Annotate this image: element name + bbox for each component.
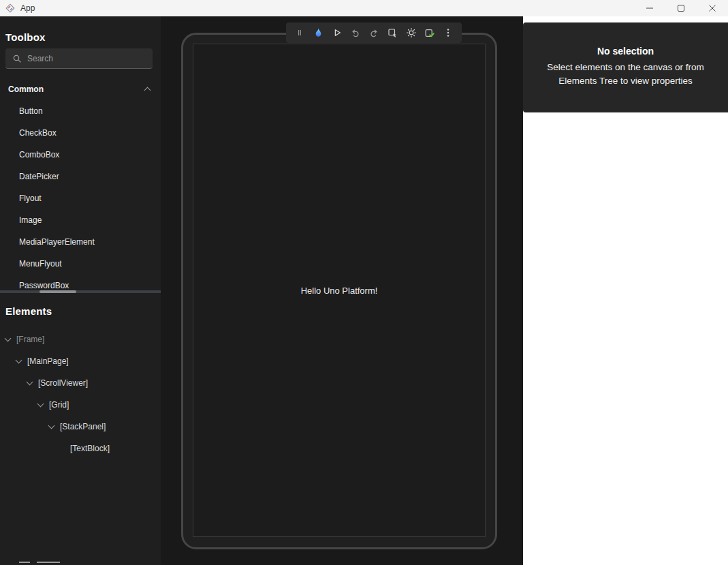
redo-button[interactable] [366,24,382,42]
minimize-button[interactable] [634,0,665,16]
chevron-down-icon[interactable] [37,401,44,408]
tree-item-label: [MainPage] [27,356,69,366]
tree-item-scrollviewer[interactable]: [ScrollViewer] [0,372,161,394]
tree-item-label: [Grid] [49,400,69,410]
drag-handle-icon [294,27,305,38]
search-box [5,48,153,69]
toolbox-item-passwordbox[interactable]: PasswordBox [0,275,161,296]
titlebar: App [0,0,728,16]
hot-reload-flame-icon [313,27,324,39]
element-picker-icon [387,27,398,38]
properties-panel: No selection Select elements on the canv… [523,16,728,565]
scrollbar-thumb[interactable] [39,290,76,293]
designer-toolbar [286,22,462,43]
no-selection-message: Select elements on the canvas or from El… [537,61,715,89]
chevron-up-icon[interactable] [144,87,151,94]
play-icon [332,27,343,38]
chevron-down-icon[interactable] [27,379,33,386]
hot-reload-button[interactable] [310,24,326,42]
design-canvas[interactable]: Hello Uno Platform! [161,16,523,565]
tree-item-label: [StackPanel] [60,422,106,431]
toolbox-title: Toolbox [5,31,46,43]
toolbox-item-checkbox[interactable]: CheckBox [0,122,161,144]
chevron-down-icon[interactable] [48,423,55,429]
toolbox-list: Button CheckBox ComboBox DatePicker Flyo… [0,100,161,296]
toolbox-item-mediaplayerelement[interactable]: MediaPlayerElement [0,231,161,253]
status-check-button[interactable] [422,24,438,42]
tree-item-label: [ScrollViewer] [38,378,88,388]
close-button[interactable] [697,0,728,16]
maximize-icon [678,5,684,12]
search-input[interactable] [27,54,146,63]
app-window: App Toolbox Common Bu [0,0,728,565]
toolbox-item-combobox[interactable]: ComboBox [0,144,161,166]
toolbox-item-menuflyout[interactable]: MenuFlyout [0,253,161,275]
more-button[interactable] [440,24,456,42]
toolbox-scrollbar[interactable] [0,290,161,293]
theme-sun-icon [406,27,417,38]
redo-icon [368,27,379,38]
app-logo-icon [5,3,15,13]
close-icon [709,5,716,12]
toolbox-item-image[interactable]: Image [0,209,161,231]
tree-item-label: [TextBlock] [70,444,110,453]
device-frame: Hello Uno Platform! [181,33,497,549]
theme-toggle-button[interactable] [403,24,420,42]
hello-textblock[interactable]: Hello Uno Platform! [301,286,378,296]
chevron-down-icon[interactable] [5,335,12,342]
toolbox-section-common[interactable]: Common [0,80,161,99]
status-check-icon [424,27,435,39]
element-picker-button[interactable] [384,24,400,42]
play-button[interactable] [329,24,345,42]
tree-item-frame[interactable]: [Frame] [0,329,161,350]
tree-item-stackpanel[interactable]: [StackPanel] [0,416,161,438]
tree-item-grid[interactable]: [Grid] [0,394,161,416]
window-controls [634,0,728,16]
toolbox-item-datepicker[interactable]: DatePicker [0,166,161,187]
app-title: App [20,3,35,13]
toolbar-drag-handle[interactable] [291,24,308,42]
left-sidebar: Toolbox Common Button CheckBox ComboBox … [0,16,161,565]
toolbox-item-button[interactable]: Button [0,100,161,122]
minimize-icon [646,5,653,12]
tree-item-mainpage[interactable]: [MainPage] [0,350,161,372]
more-ellipsis-icon [443,27,454,38]
elements-tree: [Frame] [MainPage] [ScrollViewer] [Grid]… [0,329,161,459]
no-selection-card: No selection Select elements on the canv… [523,22,728,112]
toolbox-item-flyout[interactable]: Flyout [0,187,161,209]
tree-item-textblock[interactable]: [TextBlock] [0,438,161,459]
tree-item-label: [Frame] [16,335,44,344]
undo-icon [350,27,361,38]
device-screen[interactable]: Hello Uno Platform! [193,44,486,537]
no-selection-title: No selection [597,46,654,57]
search-icon [12,54,22,63]
maximize-button[interactable] [665,0,697,16]
undo-button[interactable] [347,24,364,42]
chevron-down-icon[interactable] [16,357,22,364]
section-label: Common [8,85,44,94]
elements-title: Elements [5,305,52,317]
cutoff-fragment [19,562,60,563]
